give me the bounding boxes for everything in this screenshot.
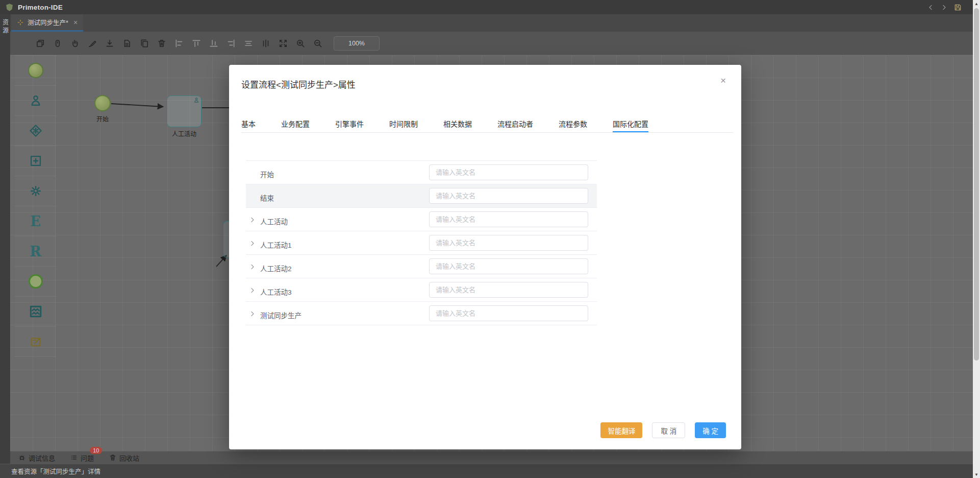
expand-icon[interactable]: [249, 310, 256, 317]
note-icon: [30, 336, 42, 348]
gear-icon: [29, 184, 42, 198]
resource-panel-rail[interactable]: 资源: [0, 14, 10, 464]
wave-activity-tool[interactable]: [15, 297, 56, 327]
nav-back-icon[interactable]: [927, 4, 934, 11]
subprocess-icon: [29, 154, 42, 168]
scroll-down-icon[interactable]: ▼: [973, 471, 980, 478]
duplicate-icon[interactable]: [140, 39, 149, 48]
window-scrollbar: ▲ ▼: [973, 0, 980, 478]
manual-activity-label: 人工活动: [167, 129, 202, 138]
distribute-icon[interactable]: [261, 39, 270, 48]
align-right-icon[interactable]: [227, 39, 236, 48]
scrollbar-thumb[interactable]: [974, 8, 979, 361]
align-left-icon[interactable]: [174, 39, 184, 48]
english-name-input[interactable]: [429, 305, 588, 321]
panel-item-label: 问题: [81, 453, 94, 463]
title-bar: Primeton-IDE: [0, 0, 973, 14]
dialog-close-icon[interactable]: ×: [720, 76, 726, 85]
gateway-tool[interactable]: [15, 116, 56, 146]
dialog-title: 设置流程<测试同步生产>属性: [241, 78, 356, 90]
letter-glyph: R: [30, 245, 41, 258]
dialog-tab-7[interactable]: 流程参数: [559, 116, 587, 132]
problems-tab[interactable]: 问题10: [70, 453, 94, 463]
dialog-tab-1[interactable]: 基本: [241, 116, 256, 132]
save-icon[interactable]: [954, 4, 962, 11]
end-node-tool[interactable]: [15, 267, 56, 297]
auto-activity-tool[interactable]: [15, 176, 56, 206]
i18n-config-table: 开始结束人工活动人工活动1人工活动2人工活动3测试同步生产: [246, 160, 597, 325]
i18n-row: 人工活动3: [246, 278, 597, 302]
align-center-icon[interactable]: [244, 39, 253, 48]
scroll-up-icon[interactable]: ▲: [973, 0, 980, 7]
editor-tab-process[interactable]: 测试同步生产* ×: [11, 14, 83, 32]
recycle-bin-tab[interactable]: 回收站: [109, 453, 139, 463]
process-properties-dialog: 设置流程<测试同步生产>属性 × 基本业务配置引擎事件时间限制相关数据流程启动者…: [229, 65, 741, 449]
note-tool[interactable]: [15, 327, 56, 357]
nav-forward-icon[interactable]: [941, 4, 947, 11]
zoom-level-input[interactable]: 100%: [334, 36, 380, 51]
person-icon: [29, 94, 42, 107]
zoom-out-icon[interactable]: [313, 39, 322, 48]
english-name-input[interactable]: [429, 188, 588, 204]
tab-close-icon[interactable]: ×: [73, 19, 78, 26]
zoom-in-icon[interactable]: [296, 39, 305, 48]
manual-activity-tool[interactable]: [15, 86, 56, 116]
start-node-label: 开始: [94, 114, 111, 123]
dialog-tab-8[interactable]: 国际化配置: [613, 116, 648, 132]
expand-icon[interactable]: [249, 264, 256, 270]
start-node-tool[interactable]: [15, 56, 56, 86]
resource-rail-label: 资源: [1, 19, 10, 464]
copy-icon[interactable]: [36, 39, 45, 48]
bottom-panel: 调试信息问题10回收站: [10, 451, 973, 464]
english-name-input[interactable]: [429, 282, 588, 298]
dialog-tab-5[interactable]: 相关数据: [443, 116, 472, 132]
node-name-label: 人工活动2: [260, 263, 292, 273]
start-node-icon: [28, 63, 43, 78]
pointer-icon[interactable]: [53, 39, 62, 48]
node-name-label: 结束: [260, 193, 274, 203]
i18n-row: 测试同步生产: [246, 302, 597, 325]
dialog-tabs: 基本业务配置引擎事件时间限制相关数据流程启动者流程参数国际化配置: [241, 116, 733, 133]
process-flower-icon: [17, 19, 24, 26]
download-icon[interactable]: [105, 39, 114, 48]
align-bottom-icon[interactable]: [209, 39, 218, 48]
problem-count-badge: 10: [90, 447, 102, 454]
fit-screen-icon[interactable]: [279, 39, 288, 48]
gateway-icon: [29, 124, 42, 137]
expand-icon[interactable]: [249, 217, 256, 223]
dialog-tab-4[interactable]: 时间限制: [389, 116, 418, 132]
english-name-input[interactable]: [429, 211, 588, 227]
app-title: Primeton-IDE: [18, 4, 63, 11]
dialog-footer: 智能翻译 取 消 确 定: [600, 422, 726, 438]
list-icon: [70, 454, 78, 461]
entity-tool[interactable]: E: [15, 206, 56, 236]
confirm-button[interactable]: 确 定: [695, 422, 726, 438]
expand-icon[interactable]: [249, 287, 256, 294]
manual-activity-node[interactable]: [167, 95, 202, 127]
brush-icon[interactable]: [88, 39, 97, 48]
person-icon: [193, 97, 199, 103]
dialog-tab-2[interactable]: 业务配置: [281, 116, 310, 132]
align-top-icon[interactable]: [192, 39, 201, 48]
english-name-input[interactable]: [429, 258, 588, 274]
i18n-row: 人工活动: [246, 208, 597, 231]
app-window: Primeton-IDE 测试同步生产* × 资源 100% ER: [0, 0, 980, 478]
expand-icon[interactable]: [249, 240, 256, 247]
editor-tab-label: 测试同步生产*: [28, 17, 68, 27]
smart-translate-button[interactable]: 智能翻译: [600, 422, 642, 438]
cancel-button[interactable]: 取 消: [652, 422, 685, 438]
rule-tool[interactable]: R: [15, 236, 56, 267]
document-icon[interactable]: [122, 39, 132, 48]
start-node[interactable]: [94, 95, 111, 111]
node-name-label: 人工活动1: [260, 240, 292, 250]
english-name-input[interactable]: [429, 164, 588, 180]
hand-icon[interactable]: [70, 39, 80, 48]
debug-info-tab[interactable]: 调试信息: [18, 453, 55, 463]
dialog-tab-3[interactable]: 引擎事件: [335, 116, 364, 132]
node-name-label: 测试同步生产: [260, 310, 301, 320]
i18n-row: 人工活动2: [246, 255, 597, 278]
delete-icon[interactable]: [157, 39, 166, 48]
english-name-input[interactable]: [429, 235, 588, 251]
dialog-tab-6[interactable]: 流程启动者: [497, 116, 533, 132]
subprocess-tool[interactable]: [15, 146, 56, 176]
